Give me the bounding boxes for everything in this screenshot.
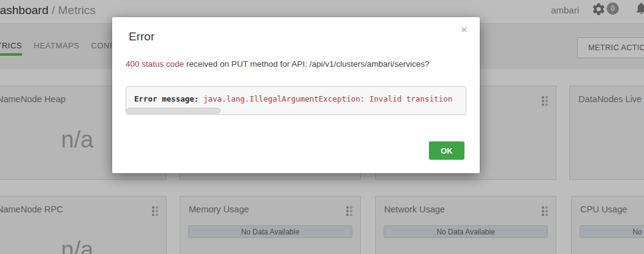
error-modal: Error × 400 status code received on PUT … — [112, 17, 480, 173]
status-code-text: 400 status code — [126, 59, 184, 69]
exception-text: java.lang.IllegalArgumentException: Inva… — [203, 94, 452, 103]
horizontal-scrollbar-thumb[interactable] — [126, 108, 221, 114]
close-icon[interactable]: × — [461, 25, 467, 35]
modal-title: Error — [129, 30, 154, 43]
error-summary: 400 status code received on PUT method f… — [126, 59, 466, 69]
ambari-dashboard-screen: Dashboard / Metrics ambari 0 METRICS HEA… — [0, 0, 644, 254]
ok-button[interactable]: OK — [429, 141, 464, 160]
error-detail-line: Error message: java.lang.IllegalArgument… — [134, 94, 458, 103]
error-summary-rest: received on PUT method for API: /api/v1/… — [184, 59, 429, 69]
error-message-label: Error message: — [134, 94, 203, 103]
error-detail-box: Error message: java.lang.IllegalArgument… — [126, 86, 466, 115]
